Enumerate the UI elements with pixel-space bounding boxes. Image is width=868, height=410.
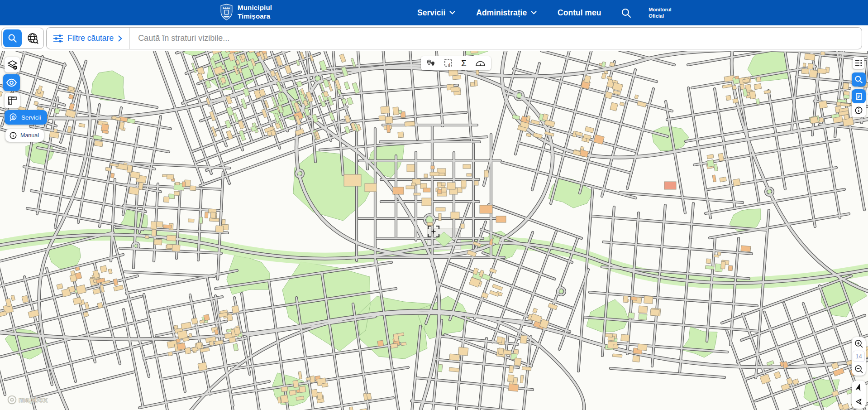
documents-button[interactable] <box>852 89 866 103</box>
info-circle-icon <box>854 106 863 115</box>
ruler-icon <box>7 95 18 106</box>
map-pins-icon <box>426 59 435 68</box>
search-icon <box>8 34 17 43</box>
manual-label: Manual <box>20 132 39 139</box>
map-render <box>0 51 868 410</box>
municipality-line2: Timișoara <box>238 12 272 21</box>
coat-of-arms-icon <box>220 4 233 20</box>
chevron-down-icon <box>449 11 455 14</box>
zoom-out-icon <box>854 364 864 374</box>
zoom-in-icon <box>854 339 864 349</box>
mapbox-wordmark: mapbox <box>19 396 48 404</box>
panel-search-button[interactable] <box>852 72 866 87</box>
legend-list-button[interactable] <box>853 57 864 69</box>
map-canvas[interactable] <box>0 51 868 410</box>
manual-button[interactable]: Manual <box>5 129 44 142</box>
municipality-line1: Municipiul <box>238 4 272 12</box>
municipality-name: Municipiul Timișoara <box>238 4 272 21</box>
header-search-button[interactable] <box>619 6 633 20</box>
docs-info-group <box>852 89 866 117</box>
search-toolbar-row: Filtre căutare <box>0 25 868 51</box>
eye-icon <box>6 77 17 88</box>
zoom-out-button[interactable] <box>852 362 866 376</box>
search-mode-group <box>1 28 44 49</box>
reset-north-button[interactable] <box>852 381 866 395</box>
nav-administratie-label: Administrație <box>476 8 527 18</box>
angle-measure-button[interactable] <box>474 59 486 68</box>
marquee-select-icon: d <box>444 59 453 68</box>
zoom-in-button[interactable] <box>852 337 866 350</box>
nearby-points-button[interactable] <box>425 58 436 68</box>
map-analysis-toolbar: d Σ <box>421 56 491 70</box>
globe-search-icon <box>27 32 39 45</box>
about-info-button[interactable] <box>852 103 866 117</box>
sigma-icon: Σ <box>461 59 467 68</box>
sum-statistics-button[interactable]: Σ <box>460 58 467 68</box>
visibility-eye-button[interactable] <box>3 74 20 91</box>
map-servicii-label: Servicii <box>21 114 41 121</box>
filter-search-button[interactable]: Filtre căutare <box>47 28 129 49</box>
nav-contul-meu[interactable]: Contul meu <box>558 8 601 18</box>
info-circle-icon <box>9 131 17 140</box>
nav-administratie[interactable]: Administrație <box>476 8 537 18</box>
select-area-button[interactable]: d <box>443 58 453 68</box>
main-nav: Servicii Administrație Contul meu Monito… <box>417 0 671 25</box>
filter-sliders-icon <box>53 34 63 43</box>
nav-servicii-label: Servicii <box>417 8 445 18</box>
chevron-right-icon <box>118 35 122 42</box>
measure-button[interactable] <box>5 93 20 108</box>
chevron-down-icon <box>531 11 537 14</box>
monitorul-oficial-link[interactable]: Monitorul Oficial <box>649 6 671 19</box>
layer-search-button[interactable] <box>3 29 22 47</box>
search-icon <box>854 75 863 84</box>
protractor-icon <box>475 60 486 67</box>
layers-check-icon <box>7 59 18 71</box>
mapbox-logo-icon <box>7 395 17 405</box>
svg-text:d: d <box>448 63 450 67</box>
search-input-group: Filtre căutare <box>46 27 862 49</box>
search-icon <box>621 8 631 18</box>
pin-home-icon <box>9 113 18 122</box>
map-servicii-button[interactable]: Servicii <box>5 110 47 125</box>
north-arrow-icon <box>854 383 863 392</box>
legend-list-icon <box>854 59 863 67</box>
tilt-arrow-icon <box>854 397 863 406</box>
layers-visibility-button[interactable] <box>5 57 20 72</box>
zoom-level-indicator: 14 <box>853 351 865 362</box>
document-icon <box>855 92 863 101</box>
app-header: Municipiul Timișoara Servicii Administra… <box>0 0 868 25</box>
zoom-controls: 14 <box>852 337 866 376</box>
compass-controls <box>852 381 866 409</box>
monitor-line1: Monitorul <box>649 6 671 13</box>
nav-servicii[interactable]: Servicii <box>417 8 455 18</box>
mapbox-attribution-link[interactable]: mapbox <box>7 395 48 405</box>
nav-contul-meu-label: Contul meu <box>558 8 601 18</box>
global-search-button[interactable] <box>24 29 42 47</box>
map-search-input[interactable] <box>130 34 862 43</box>
home-logo-link[interactable]: Municipiul Timișoara <box>220 4 272 21</box>
monitor-line2: Oficial <box>649 13 671 19</box>
filter-label: Filtre căutare <box>67 34 114 43</box>
gis-app-page: Municipiul Timișoara Servicii Administra… <box>0 0 868 410</box>
tilt-view-button[interactable] <box>852 395 866 409</box>
